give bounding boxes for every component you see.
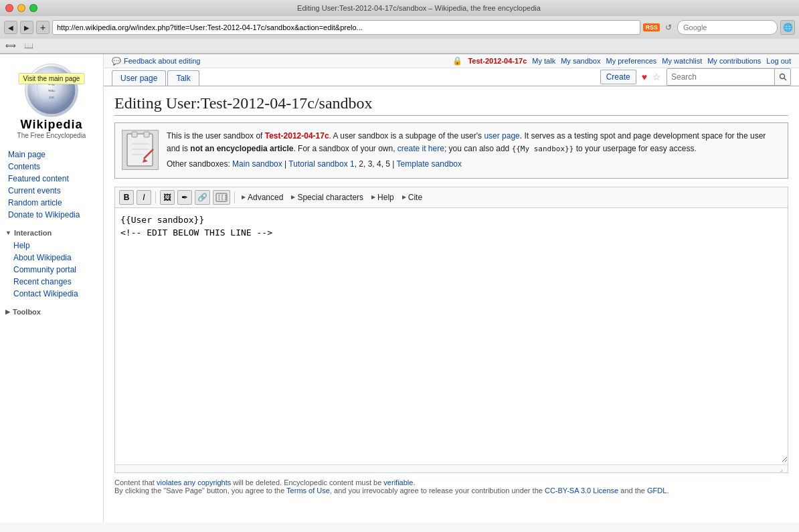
sidebar-item-help[interactable]: Help: [0, 240, 103, 252]
interaction-heading[interactable]: ▼ Interaction: [0, 226, 103, 240]
page-tabs: User page Talk Create ♥ ☆: [104, 68, 799, 86]
sidebar-item-random[interactable]: Random article: [0, 197, 103, 209]
verifiable-link[interactable]: verifiable: [383, 478, 413, 486]
nowiki-button[interactable]: [[]]: [213, 190, 230, 205]
special-chars-dropdown[interactable]: ▶ Special characters: [288, 191, 366, 203]
cc-link[interactable]: CC-BY-SA 3.0 License: [545, 486, 618, 495]
sidebar-item-recent-changes[interactable]: Recent changes: [0, 276, 103, 288]
wiki-brand: Wikipedia: [3, 118, 100, 132]
toolbox-label: Toolbox: [13, 308, 41, 316]
help-dropdown[interactable]: ▶ Help: [369, 191, 397, 203]
advanced-label: Advanced: [248, 193, 283, 202]
svg-line-5: [784, 78, 786, 80]
resize-corner: ⌟: [115, 464, 788, 472]
other-sandboxes-label: Other sandboxes:: [167, 159, 232, 169]
svg-point-4: [780, 74, 784, 79]
sandbox-link[interactable]: My sandbox: [561, 57, 600, 65]
advanced-dropdown[interactable]: ▶ Advanced: [239, 191, 286, 203]
sidebar-item-featured[interactable]: Featured content: [0, 173, 103, 185]
sidebar-item-contact[interactable]: Contact Wikipedia: [0, 288, 103, 300]
help-label: Help: [377, 193, 394, 202]
image-button[interactable]: 🖼: [160, 190, 175, 205]
italic-button[interactable]: I: [137, 190, 151, 205]
sidebar: Ω 維 Wiki 百科 Visit the main page Wikipedi…: [0, 54, 104, 523]
forward-button[interactable]: ▶: [20, 21, 33, 34]
toolbar-divider-1: [155, 191, 156, 203]
cite-arrow: ▶: [402, 194, 406, 200]
visit-tooltip: Visit the main page: [19, 73, 85, 84]
sandbox-icon: [122, 130, 159, 170]
signature-button[interactable]: ✒: [177, 190, 192, 205]
heart-icon[interactable]: ♥: [642, 72, 647, 82]
feedback-link[interactable]: 💬 Feedback about editing: [112, 57, 200, 66]
special-chars-arrow: ▶: [291, 194, 295, 200]
tutorial-sandbox-link[interactable]: Tutorial sandbox 1: [288, 159, 354, 169]
sidebar-item-current-events[interactable]: Current events: [0, 185, 103, 197]
bookmark-book[interactable]: 📖: [24, 41, 33, 50]
address-bar[interactable]: [52, 20, 640, 35]
maximize-button[interactable]: [29, 4, 37, 12]
logout-link[interactable]: Log out: [766, 57, 791, 65]
feedback-text: Feedback about editing: [124, 57, 200, 65]
template-sandbox-link[interactable]: Template sandbox: [397, 159, 462, 169]
cite-dropdown[interactable]: ▶ Cite: [400, 191, 425, 203]
create-button[interactable]: Create: [600, 70, 636, 84]
notice-userpage-link[interactable]: user page: [484, 131, 519, 141]
sidebar-item-main-page[interactable]: Main page: [0, 149, 103, 161]
notice-text-1: This is the user sandbox of: [167, 131, 265, 141]
edit-area-wrap: {{User sandbox}} <!-- EDIT BELOW THIS LI…: [114, 207, 788, 473]
svg-rect-7: [132, 132, 137, 137]
minimize-button[interactable]: [17, 4, 25, 12]
sidebar-item-about[interactable]: About Wikipedia: [0, 252, 103, 264]
new-tab-button[interactable]: +: [36, 21, 50, 34]
notice-create-link[interactable]: create it here: [397, 144, 444, 153]
bold-button[interactable]: B: [119, 190, 134, 205]
sandbox-notice: This is the user sandbox of Test-2012-04…: [114, 122, 788, 179]
advanced-arrow: ▶: [242, 194, 246, 200]
sidebar-item-donate[interactable]: Donate to Wikipedia: [0, 209, 103, 221]
talk-link[interactable]: My talk: [532, 57, 555, 65]
back-button[interactable]: ◀: [4, 21, 17, 34]
article-body: Editing User:Test-2012-04-17c/sandbox: [104, 86, 799, 508]
svg-rect-6: [127, 134, 153, 166]
window-title: Editing User:Test-2012-04-17c/sandbox – …: [44, 4, 794, 12]
gfdl-link[interactable]: GFDL: [647, 486, 667, 495]
svg-rect-8: [144, 132, 149, 137]
contributions-link[interactable]: My contributions: [707, 57, 761, 65]
toolbar-divider-2: [234, 191, 235, 203]
notice-text-2: . A user sandbox is a subpage of the use…: [329, 131, 484, 141]
watchlist-link[interactable]: My watchlist: [662, 57, 702, 65]
terms-link[interactable]: Terms of Use: [286, 486, 330, 495]
violates-link[interactable]: violates any copyrights: [157, 478, 231, 486]
username-link[interactable]: Test-2012-04-17c: [468, 57, 527, 65]
browser-search-input[interactable]: [677, 20, 778, 35]
main-sandbox-link[interactable]: Main sandbox: [232, 159, 282, 169]
wiki-search-wrap: [667, 68, 791, 86]
notice-bold: not an encyclopedia article: [190, 144, 293, 153]
edit-textarea[interactable]: {{User sandbox}} <!-- EDIT BELOW THIS LI…: [115, 208, 788, 462]
window-controls[interactable]: [5, 4, 37, 12]
notice-username-link[interactable]: Test-2012-04-17c: [265, 131, 329, 141]
notice-text-6: to your userpage for easy access.: [573, 144, 696, 153]
bookmark-arrows[interactable]: ⟺: [5, 41, 16, 50]
preferences-link[interactable]: My preferences: [606, 57, 656, 65]
user-lock-icon: 🔒: [452, 56, 462, 66]
link-button[interactable]: 🔗: [195, 190, 210, 205]
resize-handle-icon[interactable]: ⌟: [780, 465, 788, 473]
wiki-search-button[interactable]: [774, 69, 790, 85]
close-button[interactable]: [5, 4, 13, 12]
wiki-tagline: The Free Encyclopedia: [3, 132, 100, 139]
main-content: 💬 Feedback about editing 🔒 Test-2012-04-…: [104, 54, 799, 523]
sidebar-item-contents[interactable]: Contents: [0, 161, 103, 173]
tab-talk[interactable]: Talk: [167, 70, 199, 86]
rss-icon[interactable]: RSS: [643, 23, 660, 31]
svg-text:百科: 百科: [49, 96, 54, 99]
tab-user-page[interactable]: User page: [112, 70, 166, 86]
sidebar-item-community[interactable]: Community portal: [0, 264, 103, 276]
refresh-button[interactable]: ↺: [662, 21, 675, 33]
wiki-search-input[interactable]: [667, 69, 774, 85]
footer-text-7: .: [667, 486, 669, 495]
notice-code: {{My sandbox}}: [512, 145, 574, 153]
star-icon[interactable]: ☆: [652, 72, 661, 82]
toolbox-heading[interactable]: ▶ Toolbox: [0, 305, 103, 319]
